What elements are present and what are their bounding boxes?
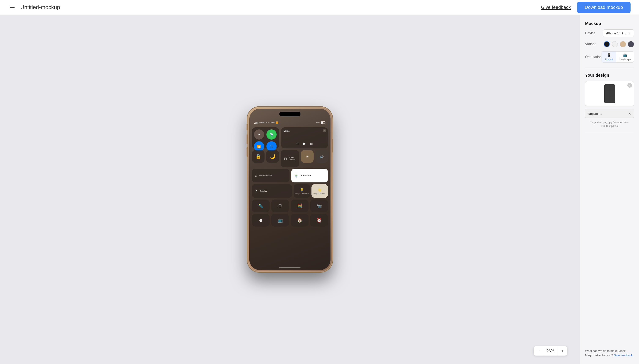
cc-row-home-standaard: ⌂ Home Favourites 🍵 Standaard bbox=[252, 169, 328, 182]
record-btn[interactable]: ⏺ bbox=[252, 214, 270, 226]
header-right: Give feedback Download mockup bbox=[541, 2, 630, 13]
flashlight-btn[interactable]: 🔦 bbox=[252, 200, 270, 212]
silent-button bbox=[247, 124, 248, 130]
music-close-btn[interactable]: × bbox=[323, 129, 326, 132]
variant-purple[interactable] bbox=[628, 41, 634, 47]
battery-icon bbox=[321, 122, 325, 124]
thumb-cell-1 bbox=[605, 85, 610, 90]
give-feedback-link[interactable]: Give feedback. bbox=[614, 354, 633, 357]
zoom-controls: − 26% + bbox=[534, 346, 567, 356]
right-sidebar: Mockup Device iPhone 14 Pro ⌄ Variant bbox=[580, 15, 639, 364]
cc-row-tools: 🔦 ⏱ 🧮 📷 bbox=[252, 200, 328, 212]
thumb-cell-5 bbox=[605, 97, 610, 103]
wifi-btn[interactable]: 📶 bbox=[254, 141, 264, 152]
menu-icon[interactable] bbox=[9, 4, 16, 11]
play-icon[interactable]: ▶ bbox=[303, 141, 306, 146]
timer-btn[interactable]: ⏱ bbox=[271, 200, 289, 212]
crop-icon: ⤡ bbox=[628, 112, 631, 116]
chevron-down-icon: ⌄ bbox=[628, 31, 631, 35]
design-thumbnail bbox=[604, 84, 615, 103]
achterd-icon: 🌟 bbox=[318, 188, 322, 192]
brightness-slider[interactable]: ☀ bbox=[301, 150, 314, 163]
thumb-screen bbox=[604, 84, 615, 103]
hotspot-btn[interactable]: 📡 bbox=[266, 130, 277, 140]
gezellig-btn[interactable]: 🕯 Gezellig bbox=[252, 184, 292, 198]
supported-text-container: Supported: png, jpg. Viewport size: 393×… bbox=[585, 120, 634, 128]
volume-slider[interactable]: 🔊 bbox=[315, 150, 328, 163]
alarm-icon: ⏰ bbox=[317, 218, 322, 223]
bluetooth-btn[interactable]: 🔵 bbox=[266, 141, 277, 152]
close-design-icon: × bbox=[629, 84, 630, 87]
status-left: Vodafone NL Wi-Fi 📶 bbox=[254, 121, 278, 124]
next-track-icon[interactable]: ⏭ bbox=[310, 142, 313, 145]
flashlight-icon: 🔦 bbox=[258, 203, 264, 208]
variant-gold[interactable] bbox=[620, 41, 626, 47]
give-feedback-button[interactable]: Give feedback bbox=[541, 5, 571, 10]
do-not-disturb-btn[interactable]: 🌙 bbox=[266, 150, 279, 163]
your-design-section: Your design × bbox=[585, 73, 634, 128]
supported-text: Supported: png, jpg. Viewport size: 393×… bbox=[585, 120, 634, 128]
portrait-label: Portrait bbox=[605, 58, 612, 60]
replace-button[interactable]: Replace... ⤡ bbox=[585, 109, 634, 118]
feedback-section: What can we do to make Mock Magic better… bbox=[585, 349, 634, 358]
variant-black[interactable] bbox=[604, 41, 610, 47]
design-preview: × bbox=[585, 81, 634, 106]
standaard-icon: 🍵 bbox=[294, 174, 298, 178]
airplane-icon: ✈ bbox=[258, 132, 261, 136]
vol-down-button bbox=[247, 147, 248, 157]
screen-mirror-text-container: Screen Mirroring bbox=[289, 156, 296, 161]
sidebar-divider-2 bbox=[585, 133, 634, 133]
bluetooth-icon: 🔵 bbox=[270, 145, 273, 148]
variant-white[interactable] bbox=[612, 41, 618, 47]
connectivity-block: ✈ 📡 📶 🔵 bbox=[252, 127, 279, 148]
dynamic-island bbox=[279, 112, 300, 116]
cc-row-connectivity-music: ✈ 📡 📶 🔵 bbox=[252, 127, 328, 148]
standaard-label: Standaard bbox=[300, 174, 311, 177]
home2-btn[interactable]: 🏠 bbox=[291, 214, 309, 226]
signal-bars bbox=[254, 121, 258, 124]
orientation-options: 📱 Portrait 📺 Landscape bbox=[601, 51, 634, 62]
alarm-btn[interactable]: ⏰ bbox=[310, 214, 328, 226]
lock-icon: 🔒 bbox=[256, 154, 261, 159]
zoom-in-button[interactable]: + bbox=[558, 346, 567, 356]
prev-track-icon[interactable]: ⏮ bbox=[296, 142, 299, 145]
zoom-out-button[interactable]: − bbox=[534, 346, 543, 356]
airplane-mode-btn[interactable]: ✈ bbox=[254, 130, 264, 140]
signal-bar-3 bbox=[257, 122, 257, 124]
cc-row-gezellig: 🕯 Gezellig 💡 Livingro... Hanglamp 🌟 bbox=[252, 184, 328, 198]
calculator-btn[interactable]: 🧮 bbox=[291, 200, 309, 212]
device-select[interactable]: iPhone 14 Pro ⌄ bbox=[603, 29, 634, 37]
timer-icon: ⏱ bbox=[278, 204, 282, 208]
remote-btn[interactable]: 📺 bbox=[271, 214, 289, 226]
camera-btn[interactable]: 📷 bbox=[310, 200, 328, 212]
home-favourites-btn[interactable]: ⌂ Home Favourites bbox=[252, 169, 290, 182]
signal-bar-1 bbox=[254, 123, 255, 124]
home-indicator bbox=[279, 267, 300, 268]
standaard-btn[interactable]: 🍵 Standaard bbox=[291, 169, 328, 182]
hotspot-icon: 📡 bbox=[270, 133, 273, 136]
thumb-cell-4 bbox=[610, 91, 614, 97]
music-controls: ⏮ ▶ ⏭ bbox=[284, 141, 325, 146]
rotation-lock-btn[interactable]: 🔒 bbox=[252, 150, 265, 163]
carrier-text: Vodafone NL Wi-Fi bbox=[259, 122, 275, 124]
header-left: Untitled-mockup bbox=[9, 4, 60, 11]
zoom-value: 26% bbox=[543, 346, 558, 356]
canvas-area: Vodafone NL Wi-Fi 📶 46% bbox=[0, 15, 580, 364]
portrait-button[interactable]: 📱 Portrait bbox=[602, 52, 616, 62]
calculator-icon: 🧮 bbox=[297, 203, 302, 208]
landscape-icon: 📺 bbox=[623, 53, 627, 57]
battery-percent: 46% bbox=[316, 122, 319, 124]
power-button bbox=[332, 139, 333, 152]
signal-bar-4 bbox=[258, 122, 258, 124]
mockup-section: Mockup Device iPhone 14 Pro ⌄ Variant bbox=[585, 21, 634, 62]
screen-mirror-btn[interactable]: ⊡ Screen Mirroring bbox=[281, 150, 299, 167]
design-close-btn[interactable]: × bbox=[627, 83, 632, 88]
device-row: Device iPhone 14 Pro ⌄ bbox=[585, 29, 634, 37]
thumb-cell-3 bbox=[605, 91, 610, 97]
landscape-label: Landscape bbox=[619, 58, 631, 60]
download-mockup-button[interactable]: Download mockup bbox=[577, 2, 630, 13]
livingro-achterd-btn[interactable]: 🌟 Livingro... Achterd... bbox=[311, 184, 328, 198]
app-title: Untitled-mockup bbox=[20, 4, 60, 10]
livingro-hanglamp-btn[interactable]: 💡 Livingro... Hanglamp bbox=[294, 184, 310, 198]
landscape-button[interactable]: 📺 Landscape bbox=[616, 52, 634, 62]
